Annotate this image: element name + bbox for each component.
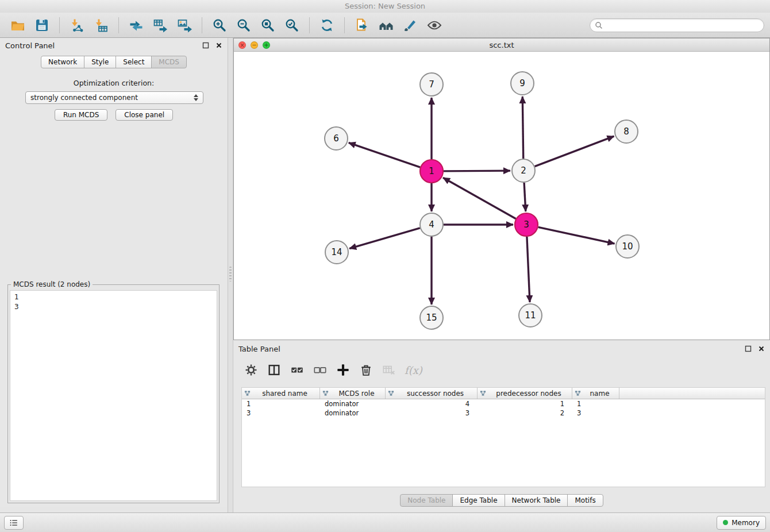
- close-panel-icon[interactable]: [215, 42, 222, 49]
- mcds-result-list[interactable]: 13: [10, 290, 217, 501]
- cell: 3: [572, 409, 619, 417]
- edge-3-1[interactable]: [443, 178, 516, 218]
- node-9[interactable]: 9: [511, 72, 534, 95]
- table-row[interactable]: 1dominator411: [242, 399, 765, 408]
- node-label: 4: [429, 219, 434, 230]
- edge-1-6[interactable]: [349, 142, 420, 167]
- criterion-value: strongly connected component: [30, 94, 138, 102]
- apply-layout-icon[interactable]: [319, 17, 335, 33]
- node-7[interactable]: 7: [420, 73, 443, 96]
- save-session-icon[interactable]: [34, 17, 50, 33]
- search-input[interactable]: [606, 21, 759, 30]
- node-2[interactable]: 2: [512, 159, 535, 182]
- zoom-window-icon[interactable]: +: [263, 41, 270, 49]
- memory-label: Memory: [732, 519, 760, 527]
- select-all-rows-icon[interactable]: [290, 363, 304, 377]
- close-panel-button[interactable]: Close panel: [116, 109, 173, 121]
- minimize-window-icon[interactable]: −: [251, 41, 258, 49]
- edge-1-2[interactable]: [444, 171, 510, 171]
- network-window-title: scc.txt: [234, 41, 769, 49]
- search-box[interactable]: [590, 18, 764, 32]
- edge-2-8[interactable]: [535, 136, 614, 166]
- node-11[interactable]: 11: [519, 304, 542, 327]
- tab-edge-table[interactable]: Edge Table: [452, 494, 505, 507]
- column-header-successor-nodes[interactable]: successor nodes: [386, 388, 478, 399]
- delete-table-icon: [382, 363, 396, 377]
- close-table-panel-icon[interactable]: [758, 345, 765, 352]
- column-header-shared-name[interactable]: shared name: [242, 388, 320, 399]
- main-toolbar: [0, 13, 770, 38]
- table-panel: Table Panel f(x) shared nameMCDS rolesuc…: [233, 341, 770, 511]
- dropdown-arrows-icon: [194, 94, 198, 101]
- import-network-icon[interactable]: [69, 17, 85, 33]
- node-3[interactable]: 3: [515, 213, 538, 236]
- edge-2-3[interactable]: [524, 183, 526, 211]
- edge-3-10[interactable]: [538, 227, 615, 244]
- control-panel: Control Panel NetworkStyleSelectMCDS Opt…: [0, 38, 228, 507]
- node-8[interactable]: 8: [615, 120, 638, 143]
- delete-row-icon[interactable]: [359, 363, 373, 377]
- float-table-panel-icon[interactable]: [745, 345, 752, 352]
- column-header-mcds-role[interactable]: MCDS role: [320, 388, 386, 399]
- criterion-dropdown[interactable]: strongly connected component: [25, 91, 203, 104]
- tab-mcds[interactable]: MCDS: [151, 56, 187, 68]
- column-header-label: successor nodes: [407, 390, 464, 398]
- network-view-window: scc.txt ×−+ 7968124314101511: [233, 38, 770, 340]
- node-10[interactable]: 10: [616, 235, 639, 258]
- cell: dominator: [320, 409, 386, 417]
- node-14[interactable]: 14: [325, 241, 348, 264]
- run-mcds-button[interactable]: Run MCDS: [55, 109, 107, 121]
- export-table-icon[interactable]: [152, 17, 168, 33]
- column-type-icon: [244, 390, 251, 396]
- zoom-out-icon[interactable]: [236, 17, 252, 33]
- show-graphics-icon[interactable]: [426, 17, 442, 33]
- zoom-selected-icon[interactable]: [284, 17, 300, 33]
- edge-2-9[interactable]: [522, 97, 523, 159]
- column-header-name[interactable]: name: [572, 388, 619, 399]
- zoom-in-icon[interactable]: [211, 17, 228, 33]
- edge-3-11[interactable]: [527, 237, 530, 302]
- close-window-icon[interactable]: ×: [238, 41, 246, 49]
- edge-4-14[interactable]: [349, 228, 420, 249]
- tab-style[interactable]: Style: [84, 56, 116, 68]
- export-image-icon[interactable]: [176, 17, 192, 33]
- memory-button[interactable]: Memory: [717, 516, 766, 530]
- tab-select[interactable]: Select: [116, 56, 152, 68]
- network-snapshot-icon[interactable]: [354, 17, 370, 33]
- table-settings-icon[interactable]: [244, 363, 258, 377]
- node-15[interactable]: 15: [420, 306, 443, 329]
- status-list-button[interactable]: [4, 516, 24, 530]
- node-label: 11: [525, 310, 536, 321]
- tab-network-table[interactable]: Network Table: [505, 494, 568, 507]
- zoom-fit-icon[interactable]: [260, 17, 276, 33]
- toolbar-separator: [118, 17, 119, 33]
- panel-splitter[interactable]: [228, 38, 233, 512]
- network-canvas[interactable]: 7968124314101511: [234, 51, 769, 340]
- import-table-icon[interactable]: [93, 17, 109, 33]
- node-6[interactable]: 6: [325, 127, 348, 150]
- tab-node-table[interactable]: Node Table: [400, 494, 453, 507]
- tab-motifs[interactable]: Motifs: [567, 494, 603, 507]
- open-session-icon[interactable]: [10, 17, 26, 33]
- add-row-icon[interactable]: [336, 363, 350, 377]
- node-label: 10: [622, 241, 633, 252]
- export-network-icon[interactable]: [128, 17, 144, 33]
- node-label: 7: [429, 79, 434, 90]
- node-1[interactable]: 1: [420, 160, 443, 183]
- node-4[interactable]: 4: [420, 213, 443, 236]
- cell: 2: [478, 409, 572, 417]
- column-type-icon: [575, 390, 581, 396]
- tab-network[interactable]: Network: [41, 56, 84, 68]
- column-type-icon: [322, 390, 329, 396]
- network-window-titlebar: scc.txt ×−+: [234, 38, 769, 52]
- table-row[interactable]: 3dominator323: [242, 408, 765, 418]
- deselect-all-rows-icon[interactable]: [313, 363, 327, 377]
- column-header-predecessor-nodes[interactable]: predecessor nodes: [478, 388, 572, 399]
- first-neighbors-icon[interactable]: [378, 17, 394, 33]
- apply-style-icon[interactable]: [402, 17, 418, 33]
- float-panel-icon[interactable]: [202, 42, 209, 49]
- column-header-label: predecessor nodes: [496, 390, 561, 398]
- cell: 3: [242, 409, 320, 417]
- cell: 1: [242, 400, 320, 408]
- column-chooser-icon[interactable]: [267, 363, 281, 377]
